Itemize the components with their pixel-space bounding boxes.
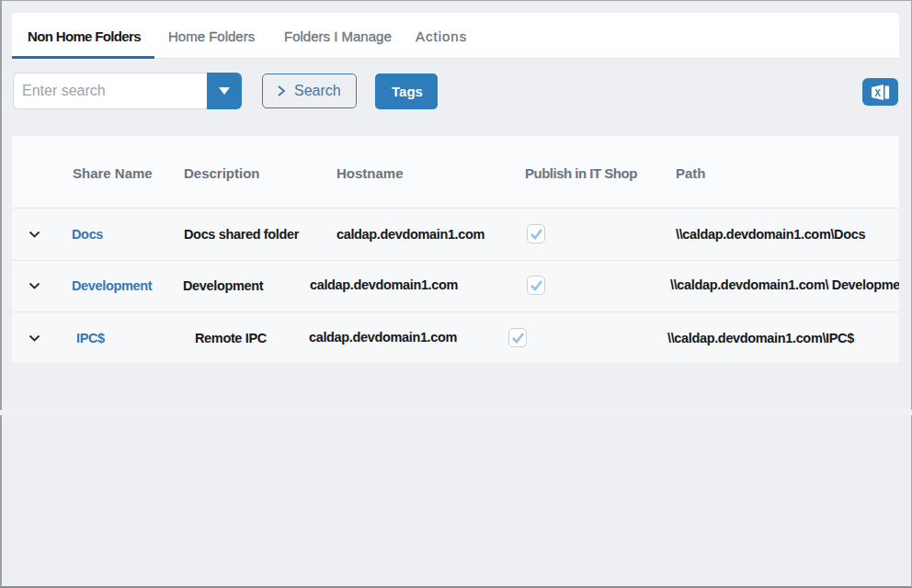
svg-text:X: X [874, 88, 881, 98]
